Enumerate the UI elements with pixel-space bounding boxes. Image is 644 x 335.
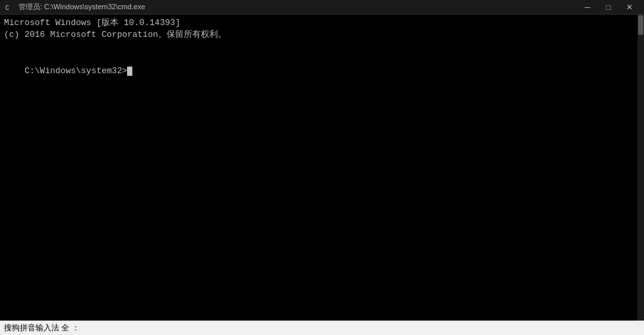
title-bar: C 管理员: C:\Windows\system32\cmd.exe ─ □ ✕ <box>0 0 644 15</box>
close-button[interactable]: ✕ <box>619 0 640 15</box>
ime-bar: 搜狗拼音输入法 全 ： <box>0 320 644 335</box>
scrollbar[interactable] <box>637 15 644 320</box>
terminal-line-3 <box>4 41 640 53</box>
cmd-icon: C <box>4 2 14 13</box>
terminal-line-2: (c) 2016 Microsoft Corporation。保留所有权利。 <box>4 29 640 41</box>
title-bar-left: C 管理员: C:\Windows\system32\cmd.exe <box>4 2 146 13</box>
terminal-line-1: Microsoft Windows [版本 10.0.14393] <box>4 17 640 29</box>
maximize-button[interactable]: □ <box>598 0 619 15</box>
scrollbar-thumb[interactable] <box>638 15 643 35</box>
terminal-cursor <box>127 67 132 76</box>
terminal-prompt: C:\Windows\system32> <box>24 66 127 76</box>
title-bar-text: 管理员: C:\Windows\system32\cmd.exe <box>18 2 146 12</box>
svg-text:C: C <box>5 5 9 12</box>
terminal-body[interactable]: Microsoft Windows [版本 10.0.14393] (c) 20… <box>0 15 644 320</box>
ime-text: 搜狗拼音输入法 全 ： <box>4 322 80 334</box>
title-bar-controls: ─ □ ✕ <box>577 0 640 15</box>
terminal-prompt-line: C:\Windows\system32> <box>4 53 640 90</box>
minimize-button[interactable]: ─ <box>577 0 598 15</box>
